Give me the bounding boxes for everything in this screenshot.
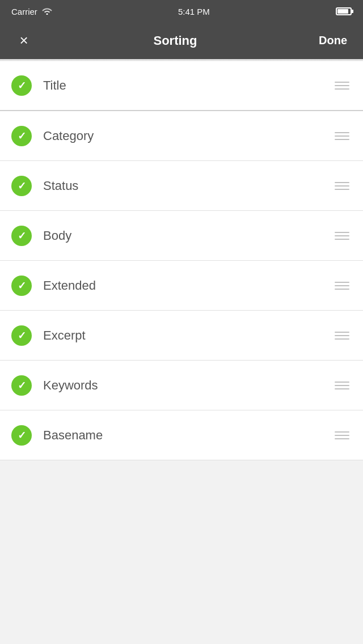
check-mark: ✓ <box>18 80 26 91</box>
status-bar-right <box>336 7 352 15</box>
drag-handle[interactable] <box>332 279 352 292</box>
check-circle[interactable]: ✓ <box>11 176 32 196</box>
sort-item-left: ✓ Keywords <box>11 375 98 396</box>
sort-item-left: ✓ Extended <box>11 276 96 296</box>
item-label: Keywords <box>43 378 98 393</box>
drag-handle[interactable] <box>332 230 352 242</box>
check-circle[interactable]: ✓ <box>11 425 32 446</box>
drag-handle[interactable] <box>332 429 352 442</box>
wifi-icon <box>42 7 52 16</box>
list-item[interactable]: ✓ Basename <box>0 410 363 460</box>
sort-item-left: ✓ Category <box>11 126 94 146</box>
item-label: Body <box>43 228 71 243</box>
check-circle[interactable]: ✓ <box>11 226 32 246</box>
sort-item-left: ✓ Body <box>11 226 71 246</box>
check-circle[interactable]: ✓ <box>11 126 32 146</box>
sort-item-left: ✓ Status <box>11 176 78 196</box>
list-item[interactable]: ✓ Status <box>0 161 363 211</box>
sort-item-left: ✓ Basename <box>11 425 103 446</box>
check-circle[interactable]: ✓ <box>11 375 32 396</box>
check-mark: ✓ <box>18 131 26 141</box>
sort-item-left: ✓ Excerpt <box>11 325 86 346</box>
close-button[interactable]: × <box>11 28 36 53</box>
item-label: Status <box>43 179 78 193</box>
check-mark: ✓ <box>18 181 26 191</box>
nav-bar: × Sorting Done <box>0 23 363 59</box>
drag-handle[interactable] <box>332 130 352 142</box>
list-item[interactable]: ✓ Extended <box>0 261 363 311</box>
check-circle[interactable]: ✓ <box>11 325 32 346</box>
check-mark: ✓ <box>18 231 26 241</box>
list-item[interactable]: ✓ Keywords <box>0 361 363 410</box>
battery-icon <box>336 7 352 15</box>
check-mark: ✓ <box>18 430 26 440</box>
sort-list: ✓ Title ✓ Category <box>0 61 363 460</box>
list-item[interactable]: ✓ Category <box>0 111 363 161</box>
item-label: Category <box>43 129 94 143</box>
check-mark: ✓ <box>18 281 26 291</box>
item-label: Extended <box>43 278 96 293</box>
list-item[interactable]: ✓ Excerpt <box>0 311 363 361</box>
list-item[interactable]: ✓ Title <box>0 61 363 111</box>
status-bar-left: Carrier <box>11 7 52 16</box>
sort-item-left: ✓ Title <box>11 75 66 96</box>
check-circle[interactable]: ✓ <box>11 75 32 96</box>
drag-handle[interactable] <box>332 79 352 92</box>
drag-handle[interactable] <box>332 180 352 192</box>
status-bar-time: 5:41 PM <box>178 7 210 16</box>
carrier-label: Carrier <box>11 7 37 16</box>
drag-handle[interactable] <box>332 329 352 342</box>
nav-title: Sorting <box>154 33 197 48</box>
item-label: Basename <box>43 428 103 443</box>
item-label: Excerpt <box>43 328 86 343</box>
item-label: Title <box>43 78 66 93</box>
check-mark: ✓ <box>18 331 26 341</box>
drag-handle[interactable] <box>332 379 352 392</box>
list-item[interactable]: ✓ Body <box>0 211 363 261</box>
check-circle[interactable]: ✓ <box>11 276 32 296</box>
status-bar: Carrier 5:41 PM <box>0 0 363 23</box>
done-button[interactable]: Done <box>314 29 352 52</box>
check-mark: ✓ <box>18 380 26 391</box>
